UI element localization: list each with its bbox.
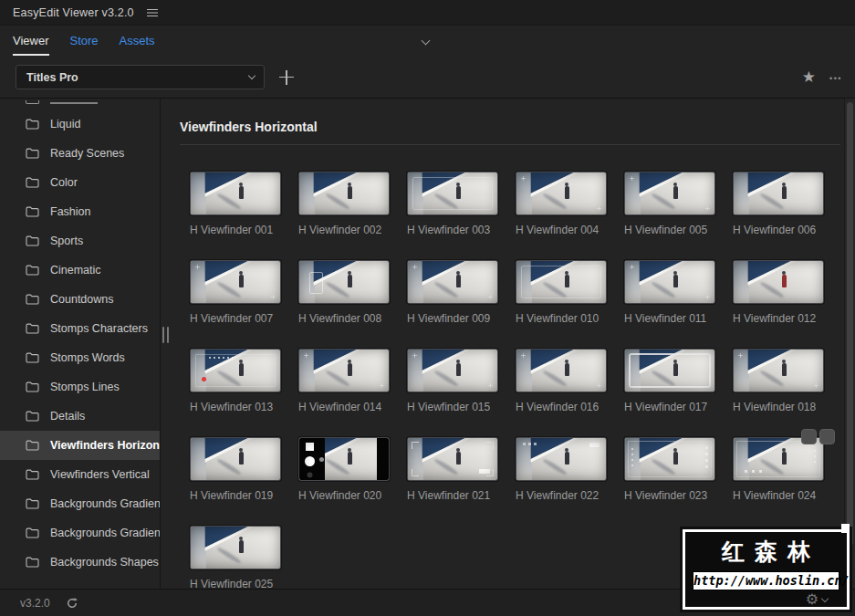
thumbnail-label: H Viewfinder 003 <box>407 224 498 237</box>
thumbnail-label: H Viewfinder 009 <box>407 312 498 326</box>
thumbnail-preview[interactable] <box>516 437 607 481</box>
sidebar-item-sports[interactable]: Sports <box>0 226 160 256</box>
version-label: v3.2.0 <box>20 597 50 610</box>
sidebar-item-viewfinders-vertical[interactable]: Viewfinders Vertical <box>0 460 160 489</box>
thumbnail-item[interactable]: H Viewfinder 010 <box>516 260 607 326</box>
folder-icon <box>26 294 39 305</box>
thumbnail-item[interactable]: H Viewfinder 021 <box>407 437 498 503</box>
thumbnail-preview[interactable] <box>733 349 824 392</box>
thumbnail-preview[interactable] <box>190 172 281 215</box>
thumbnail-item[interactable]: H Viewfinder 007 <box>190 260 281 326</box>
sidebar-item-stomps-words[interactable]: Stomps Words <box>0 343 160 372</box>
thumbnail-preview[interactable] <box>407 437 498 481</box>
chevron-down-icon <box>248 72 255 79</box>
sidebar-item-countdowns[interactable]: Countdowns <box>0 285 160 314</box>
add-collection-button[interactable] <box>279 70 294 85</box>
tab-assets[interactable]: Assets <box>120 26 155 57</box>
sidebar-item-backgrounds-gradients-d[interactable]: Backgrounds Gradients D <box>0 518 160 548</box>
thumbnail-preview[interactable] <box>190 349 281 392</box>
sidebar-item-stomps-lines[interactable]: Stomps Lines <box>0 372 160 402</box>
thumbnail-item[interactable]: H Viewfinder 008 <box>298 260 390 326</box>
sidebar-item-color[interactable]: Color <box>0 168 160 197</box>
thumbnail-label: H Viewfinder 017 <box>624 401 715 414</box>
thumbnail-item[interactable]: H Viewfinder 005 <box>624 172 715 237</box>
more-options-icon[interactable]: ••• <box>829 72 842 83</box>
thumbnail-item[interactable]: H Viewfinder 006 <box>733 172 824 237</box>
sidebar-item-liquid[interactable]: Liquid <box>0 110 160 139</box>
section-title: Viewfinders Horizontal <box>180 120 844 134</box>
hamburger-menu-icon[interactable] <box>147 8 158 17</box>
thumbnail-item[interactable]: H Viewfinder 001 <box>190 172 281 237</box>
sidebar-item-details[interactable]: Details <box>0 402 160 431</box>
thumbnail-item[interactable]: H Viewfinder 012 <box>733 260 824 326</box>
thumbnail-item[interactable]: H Viewfinder 025 <box>190 526 281 589</box>
sidebar-item-label: Stomps Lines <box>50 381 120 393</box>
tab-viewer[interactable]: Viewer <box>13 26 49 57</box>
sidebar-item-cinematic[interactable]: Cinematic <box>0 256 160 285</box>
thumbnail-item[interactable]: H Viewfinder 009 <box>407 260 498 326</box>
folder-icon <box>26 498 39 509</box>
thumbnail-preview[interactable] <box>624 260 715 304</box>
thumbnail-item[interactable]: H Viewfinder 024 <box>733 437 824 503</box>
thumbnail-preview[interactable] <box>298 349 390 392</box>
chevron-down-icon[interactable] <box>821 595 829 602</box>
folder-icon <box>26 119 39 130</box>
toolbar: Titles Pro ★ ••• <box>0 57 855 99</box>
sidebar-item-ready-scenes[interactable]: Ready Scenes <box>0 139 160 168</box>
thumbnail-label: H Viewfinder 025 <box>190 578 281 589</box>
thumbnail-item[interactable]: H Viewfinder 004 <box>516 172 607 237</box>
sidebar-item-stomps-characters[interactable]: Stomps Characters <box>0 314 160 343</box>
thumbnail-action-button[interactable] <box>819 429 835 444</box>
thumbnail-preview[interactable] <box>624 437 715 481</box>
tab-store[interactable]: Store <box>70 26 99 57</box>
thumbnail-item[interactable]: H Viewfinder 020 <box>298 437 390 503</box>
thumbnail-preview[interactable] <box>516 260 607 304</box>
thumbnail-preview[interactable] <box>624 349 715 392</box>
chevron-down-icon[interactable] <box>422 37 431 46</box>
sidebar-item-clipped[interactable] <box>0 100 160 110</box>
thumbnail-item[interactable]: H Viewfinder 003 <box>407 172 498 237</box>
favorites-star-icon[interactable]: ★ <box>802 69 816 85</box>
thumbnail-label: H Viewfinder 024 <box>733 489 824 503</box>
thumbnail-action-button[interactable] <box>801 429 817 444</box>
thumbnail-item[interactable]: H Viewfinder 015 <box>407 349 498 414</box>
thumbnail-preview[interactable] <box>190 260 281 304</box>
thumbnail-item[interactable]: H Viewfinder 019 <box>190 437 281 503</box>
sidebar-resize-handle[interactable] <box>162 327 170 343</box>
thumbnail-preview[interactable] <box>624 172 715 215</box>
thumbnail-item[interactable]: H Viewfinder 022 <box>516 437 607 503</box>
thumbnail-preview[interactable] <box>733 172 824 215</box>
thumbnail-preview[interactable] <box>733 260 824 304</box>
sidebar-item-backgrounds-shapes-lig[interactable]: Backgrounds Shapes Lig <box>0 548 160 577</box>
thumbnail-preview[interactable] <box>407 349 498 392</box>
folder-icon <box>26 100 39 104</box>
folder-icon <box>26 557 39 568</box>
thumbnail-item[interactable]: H Viewfinder 023 <box>624 437 715 503</box>
thumbnail-preview[interactable] <box>298 260 390 304</box>
thumbnail-preview[interactable] <box>407 260 498 304</box>
thumbnail-preview[interactable] <box>298 172 390 215</box>
sidebar-item-viewfinders-horizontal[interactable]: Viewfinders Horizontal <box>0 431 160 460</box>
scrollbar-thumb[interactable] <box>847 102 853 546</box>
thumbnail-item[interactable]: H Viewfinder 011 <box>624 260 715 326</box>
thumbnail-label: H Viewfinder 010 <box>516 312 607 326</box>
thumbnail-item[interactable]: H Viewfinder 018 <box>733 349 824 414</box>
thumbnail-item[interactable]: H Viewfinder 013 <box>190 349 281 414</box>
thumbnail-item[interactable]: H Viewfinder 017 <box>624 349 715 414</box>
thumbnail-item[interactable]: H Viewfinder 002 <box>298 172 390 237</box>
thumbnail-preview[interactable] <box>190 437 281 481</box>
gear-icon[interactable]: ⚙ <box>806 592 819 607</box>
sidebar-item-fashion[interactable]: Fashion <box>0 197 160 226</box>
sidebar-item-label: Backgrounds Shapes Lig <box>50 556 160 569</box>
thumbnail-preview[interactable] <box>190 526 281 569</box>
thumbnail-preview[interactable] <box>516 172 607 215</box>
sidebar-item-backgrounds-gradients-l[interactable]: Backgrounds Gradients L <box>0 489 160 518</box>
thumbnail-preview[interactable] <box>298 437 390 481</box>
thumbnail-item[interactable]: H Viewfinder 014 <box>298 349 390 414</box>
thumbnail-preview[interactable] <box>407 172 498 215</box>
scrollbar-track[interactable] <box>844 99 855 589</box>
refresh-icon[interactable] <box>66 597 78 610</box>
collection-select[interactable]: Titles Pro <box>16 65 265 89</box>
thumbnail-item[interactable]: H Viewfinder 016 <box>516 349 607 414</box>
thumbnail-preview[interactable] <box>516 349 607 392</box>
